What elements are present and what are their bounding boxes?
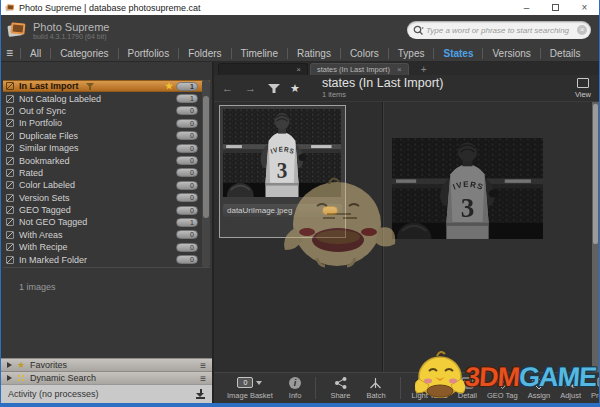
expand-triangle-icon[interactable]	[7, 362, 12, 368]
light-table-icon	[423, 376, 437, 389]
sidebar-item-not-catalog-labeled[interactable]: Not Catalog Labeled1	[3, 92, 210, 104]
items-count: 1 items	[322, 90, 444, 99]
sidebar-item-label: In Portfolio	[19, 118, 62, 128]
sidebar-item-out-of-sync[interactable]: Out of Sync0	[3, 105, 210, 117]
search-input[interactable]	[426, 26, 577, 35]
main-panel: × states (In Last Import) × + ← → ★ stat…	[214, 62, 599, 403]
edit-state-icon	[6, 256, 14, 264]
count-badge: 0	[176, 255, 198, 264]
basket-count: 0	[243, 379, 247, 386]
tab-colors[interactable]: Colors	[340, 48, 388, 59]
sidebar-item-similar-images[interactable]: Similar Images0	[3, 142, 210, 154]
sidebar-item-color-labeled[interactable]: Color Labeled0	[3, 179, 210, 191]
expand-triangle-icon[interactable]	[7, 375, 12, 381]
hamburger-icon[interactable]: ≡	[6, 46, 13, 60]
batch-icon	[369, 377, 382, 389]
close-tab-icon[interactable]: ×	[397, 65, 402, 74]
section-menu-icon[interactable]: ≡	[200, 373, 206, 384]
edit-state-icon	[6, 132, 14, 140]
sidebar-item-version-sets[interactable]: Version Sets0	[3, 192, 210, 204]
doc-tab-1[interactable]: ×	[218, 63, 308, 75]
sidebar-item-label: Not GEO Tagged	[19, 217, 87, 227]
dynamic-search-section[interactable]: Dynamic Search ≡	[1, 371, 212, 384]
tab-states[interactable]: States	[433, 48, 482, 59]
back-icon[interactable]: ←	[222, 83, 233, 94]
activity-download-icon[interactable]	[196, 389, 205, 399]
search-box[interactable]: ×	[407, 21, 591, 39]
dropdown-caret-icon[interactable]	[256, 381, 262, 385]
tab-categories[interactable]: Categories	[50, 48, 117, 59]
doc-tab-states[interactable]: states (In Last Import) ×	[310, 63, 409, 75]
scrollbar-thumb[interactable]	[203, 96, 209, 218]
adjust-sliders-icon	[564, 377, 577, 389]
adjust-button[interactable]: Adjust	[560, 376, 581, 400]
sidebar-item-label: Duplicate Files	[19, 131, 78, 141]
close-button[interactable]: ×	[570, 0, 599, 15]
image-basket-button[interactable]: 0 Image Basket	[227, 376, 273, 400]
sidebar-item-duplicate-files[interactable]: Duplicate Files0	[3, 130, 210, 142]
edit-state-icon	[6, 181, 14, 189]
thumbnail-card[interactable]: dataUriImage.jpeg	[219, 105, 346, 238]
app-header: Photo Supreme build 4.3.1.1790 (64 bit) …	[1, 15, 599, 45]
tab-all[interactable]: All	[20, 48, 50, 59]
preview-button[interactable]: Preview	[591, 376, 600, 400]
view-label: View	[575, 90, 591, 99]
sidebar-item-label: Out of Sync	[19, 106, 66, 116]
edit-state-icon	[6, 144, 14, 152]
sidebar-scrollbar[interactable]	[202, 80, 210, 267]
sidebar-item-geo-tagged[interactable]: GEO Tagged0	[3, 204, 210, 216]
tab-ratings[interactable]: Ratings	[287, 48, 340, 59]
forward-icon[interactable]: →	[245, 83, 256, 94]
favorites-star-icon: ★	[17, 361, 25, 370]
view-icon	[577, 78, 589, 88]
search-clear-icon[interactable]: ×	[577, 25, 587, 35]
share-button[interactable]: Share	[330, 376, 350, 400]
tab-details[interactable]: Details	[540, 48, 590, 59]
window-title: Photo Supreme | database photosupreme.ca…	[19, 3, 200, 13]
sidebar-item-label: Bookmarked	[19, 156, 70, 166]
favorites-section[interactable]: ★ Favorites ≡	[1, 358, 212, 371]
view-button[interactable]: View	[575, 78, 591, 99]
tab-portfolios[interactable]: Portfolios	[118, 48, 179, 59]
thumbnail-photo[interactable]	[223, 109, 341, 197]
preview-photo[interactable]	[392, 138, 543, 239]
favorite-star-icon[interactable]: ★	[165, 82, 173, 91]
sidebar-item-in-portfolio[interactable]: In Portfolio0	[3, 117, 210, 129]
light-table-button[interactable]: Light Table	[412, 376, 448, 400]
preview-scrollbar[interactable]	[592, 102, 599, 372]
info-button[interactable]: i Info	[289, 376, 302, 400]
sidebar-item-bookmarked[interactable]: Bookmarked0	[3, 154, 210, 166]
sidebar-item-in-last-import[interactable]: In Last Import ★ 1	[3, 80, 210, 92]
share-icon	[334, 377, 347, 389]
maximize-button[interactable]	[541, 0, 570, 15]
sidebar-item-label: GEO Tagged	[19, 205, 71, 215]
sidebar-item-not-geo-tagged[interactable]: Not GEO Tagged1	[3, 216, 210, 228]
new-tab-icon[interactable]: +	[421, 65, 427, 75]
sidebar-item-rated[interactable]: Rated0	[3, 167, 210, 179]
tab-types[interactable]: Types	[388, 48, 434, 59]
edit-state-icon	[6, 119, 14, 127]
tab-timeline[interactable]: Timeline	[231, 48, 287, 59]
tab-versions[interactable]: Versions	[482, 48, 539, 59]
tab-folders[interactable]: Folders	[178, 48, 230, 59]
batch-button[interactable]: Batch	[366, 376, 385, 400]
filter-funnel-icon[interactable]	[268, 83, 280, 94]
sidebar-item-with-areas[interactable]: With Areas0	[3, 229, 210, 241]
count-badge: 0	[176, 168, 198, 177]
edit-state-icon	[6, 107, 14, 115]
sidebar-item-in-marked-folder[interactable]: In Marked Folder0	[3, 253, 210, 265]
close-tab-icon[interactable]: ×	[296, 65, 301, 74]
section-menu-icon[interactable]: ≡	[200, 360, 206, 371]
sidebar-item-with-recipe[interactable]: With Recipe0	[3, 241, 210, 253]
header-star-icon[interactable]: ★	[290, 82, 300, 95]
detail-button[interactable]: Detail	[458, 376, 477, 400]
filename-row: dataUriImage.jpeg	[223, 204, 342, 217]
geo-tag-button[interactable]: GEO Tag	[487, 376, 518, 400]
version-badge[interactable]	[322, 206, 338, 215]
count-badge: 0	[176, 181, 198, 190]
assign-button[interactable]: Assign	[528, 376, 551, 400]
minimize-button[interactable]: –	[512, 0, 541, 15]
sidebar-item-label: Similar Images	[19, 143, 79, 153]
scrollbar-thumb[interactable]	[593, 104, 598, 244]
count-badge: 1	[176, 218, 198, 227]
